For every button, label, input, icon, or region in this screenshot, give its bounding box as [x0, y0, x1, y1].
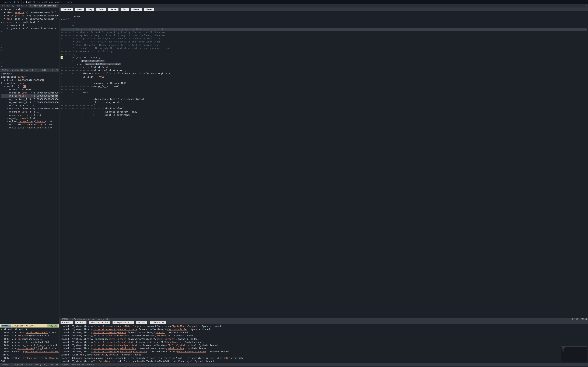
watches-statusbar: NORMAL vimspector.Watches 8:1/108	[0, 324, 59, 327]
frame-line[interactable]: 1005: vim!OutputWrite@if_py_both.h:428	[1, 347, 58, 350]
stop-button[interactable]: Stop	[121, 8, 129, 11]
next-button[interactable]: Next	[75, 8, 84, 11]
watches-header: Watches: ----	[1, 72, 58, 75]
code-line: >------->------->-------{	[61, 104, 587, 107]
empty-line: ~	[1, 56, 58, 59]
frame-line[interactable]: 1003: vim!writer@if_py_both.h:389	[1, 341, 58, 344]
console-line: Loaded '/System/Library/PrivateFramework…	[61, 331, 587, 334]
terminal-tab-bash[interactable]: bash ⌘2	[24, 0, 37, 4]
terminal-tab-weechat[interactable]: weechat ⌘1	[1, 0, 22, 4]
tab-shortcut: ⌘2	[33, 1, 35, 3]
mode-indicator: NORMAL	[1, 325, 11, 327]
out-tab-console[interactable]: Console	[61, 321, 73, 324]
watch-line: + w_frame (frame_T *): 0x0000000103000df…	[1, 107, 58, 110]
frame-line: 582	[1, 360, 58, 363]
out-tab-stderr[interactable]: stderr	[75, 321, 86, 324]
code-line: >------- * exception is caught; if still…	[61, 34, 587, 37]
watch-line: Expression: *curwin	[1, 82, 58, 85]
frame-line[interactable]: 1007: Python!_PyCFunction_FastCallDict@c…	[1, 357, 58, 360]
close-icon[interactable]: ×	[23, 1, 24, 4]
code-line: >------- * a severe error is following.	[61, 50, 587, 53]
status-position: 8:1/108	[47, 324, 58, 327]
watch-line-selected: + w_s (synblock_T *): 0x000000010180b680	[1, 94, 58, 98]
thread-header: - Thread: Thread #1	[1, 328, 58, 331]
modified-indicator-icon: +	[4, 5, 5, 7]
code-line: else	[61, 15, 587, 18]
code-line: >------->-------while (*plist != NULL)	[61, 66, 587, 69]
continue-button[interactable]: Continue	[61, 8, 73, 11]
restart-button[interactable]: Restart	[131, 8, 142, 11]
console-line: Loaded '/Users/ben/Development/vim/src/v…	[61, 353, 587, 356]
out-tab-vimspector-out[interactable]: Vimspector-out	[89, 321, 110, 324]
code-line: >------->-------elem = (struct msglist *…	[61, 72, 587, 75]
status-text: vimspector.Variables [-,RO]	[12, 69, 46, 71]
console-line: Loaded '/System/Library/PrivateFramework…	[61, 328, 587, 331]
code-line: {	[61, 21, 587, 24]
tab-number: 5	[30, 5, 32, 7]
watch-line: + w_prev (win_T *): 0x0000000000000000	[1, 98, 58, 101]
step-button[interactable]: Step	[86, 8, 95, 11]
frame-line[interactable]: 1002: vim!emsg@message.c:717	[1, 337, 58, 341]
empty-line: ~	[1, 52, 58, 55]
code-line: >------->-------{	[61, 78, 587, 82]
close-icon[interactable]: ×	[38, 1, 40, 4]
code-line: >-------/*	[61, 25, 587, 28]
frame-line[interactable]: 1006: Python!_PyMethodDef_RawFastCallDic…	[1, 350, 58, 353]
finish-button[interactable]: Finish	[96, 8, 106, 11]
console-pane[interactable]: Loaded '/System/Library/PrivateFramework…	[60, 324, 588, 363]
console-line: Loaded '/System/Library/PrivateFramework…	[61, 341, 587, 344]
code-line: >------- plist Value: 0x00007ffeefbfaba8	[61, 63, 587, 66]
tab-shortcut: ⌘3	[70, 1, 72, 3]
pause-button[interactable]: Pause	[108, 8, 119, 11]
out-tab-vimspector-err[interactable]: Vimspector-err	[112, 321, 134, 324]
code-line: #endif	[61, 18, 587, 21]
hover-tooltip: Value: 0x00007ffeefbfaba8	[85, 63, 121, 65]
minimap[interactable]: ▬▬▬▬▬▬▬▬▬▬▬▬▬▬▬ ▬▬▬▬▬▬▬▬▬▬▬▬▬▬▬▬▬▬▬▬▬▬▬▬…	[561, 346, 587, 362]
code-current-line: ->------if (msg_list != NULL)	[61, 56, 587, 59]
out-tab-server[interactable]: server	[136, 321, 147, 324]
vim-tab-1[interactable]: 4+test_py_raise.vim	[0, 4, 28, 8]
watches-pane[interactable]: Watches: ---- Expression: curbuf + Resul…	[0, 72, 59, 324]
stacktrace-pane[interactable]: - Thread: Thread #1 1000: vim!cause_errt…	[0, 327, 59, 363]
status-text: vimspector.StackTrace [-,RO]	[12, 364, 47, 366]
frame-line[interactable]: 1004: vim!write_output@if_py_both.h:417	[1, 344, 58, 347]
code-statusbar: NORMAL ~/Development/vim/src/ex_eval.c […	[60, 318, 588, 321]
mode-indicator: NORMAL	[1, 364, 11, 366]
code-line: >------- */	[61, 53, 587, 56]
scope-header: - Scope: Locals	[1, 8, 58, 11]
watch-line: - w_last_cursorline (linenr_T): 0	[1, 120, 58, 123]
empty-line: ~	[1, 65, 58, 68]
tab-label: test_py_raise.vim	[5, 5, 27, 7]
variables-pane[interactable]: - Scope: Locals + elem (msglist *): 0x00…	[0, 8, 59, 69]
watch-line: - Result: {...}	[1, 85, 58, 88]
left-panel: - Scope: Locals + elem (msglist *): 0x00…	[0, 8, 60, 367]
frame-line[interactable]: 1001: vim!emsg_core@message.c:618	[1, 334, 58, 337]
mode-indicator: NORMAL	[1, 69, 11, 71]
vim-tab-2[interactable]: 5 vimspector.Watches	[28, 4, 58, 8]
code-pane[interactable]: } else #endif { >-------/* >------- * Pr…	[60, 11, 588, 318]
stack-statusbar: NORMAL vimspector.StackTrace [-,RO] 1:1/…	[0, 363, 59, 367]
close-tab-icon[interactable]: X	[586, 4, 588, 8]
console-line: Loaded '/System/Library/PrivateFramework…	[61, 334, 587, 337]
code-line: >------->------->-------suppress_errthro…	[61, 82, 587, 85]
terminal-tab-configure[interactable]: configure_vimenv + (… ⌘3	[40, 0, 75, 4]
status-position: 1:1/6	[52, 69, 58, 72]
code-line: >------->-------if (elem == NULL)	[61, 75, 587, 78]
empty-line: ~	[1, 49, 58, 52]
empty-line: ~	[1, 46, 58, 49]
status-text: ~/Development/vim/src/ex_eval.c	[72, 318, 111, 320]
reset-button[interactable]: Reset	[144, 8, 154, 11]
status-text: vimspector.Watches	[12, 325, 35, 327]
console-line: Loaded '/System/Library/PrivateFramework…	[61, 350, 587, 353]
console-line: Loaded '/System/Library/PrivateFramework…	[61, 344, 587, 347]
code-line: >------->------->-------plist = &(*plist…	[61, 69, 587, 72]
tab-shortcut: ⌘1	[17, 1, 19, 3]
status-position: [c] 239:1/2294	[569, 318, 587, 321]
watch-line: + w_cursor (pos_T): {...}	[1, 110, 58, 113]
frame-line[interactable]: 1000: vim!cause_errthrow@ex_eval.c:248	[1, 331, 58, 334]
var-line: + plist (msglist **): 0x0000000100e002b0	[1, 14, 58, 17]
code-line: >------->------->-------if (elem->msg ==…	[61, 101, 587, 104]
empty-line: ~	[1, 36, 58, 40]
out-tab-telemetry[interactable]: Telemetry*	[150, 321, 166, 324]
var-line: + ignore (int *): 0x00007ffeefbf9a78	[1, 27, 58, 30]
